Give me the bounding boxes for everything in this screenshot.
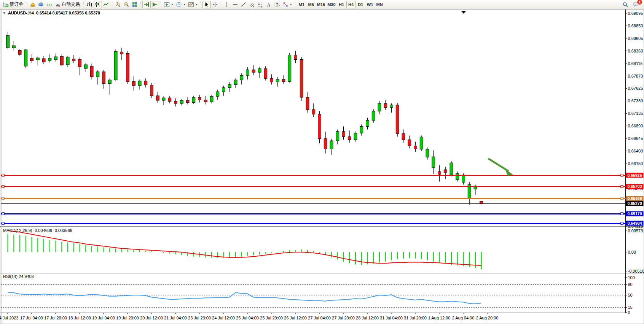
svg-text:27 Jul 20:00: 27 Jul 20:00: [332, 316, 355, 320]
svg-text:0.65469: 0.65469: [628, 196, 642, 201]
timeframe-m5-button[interactable]: M5: [306, 1, 316, 8]
styler-button[interactable]: [29, 1, 37, 8]
svg-text:25 Jul 04:00: 25 Jul 04:00: [236, 316, 259, 320]
candle-chart-icon: [95, 2, 101, 8]
zoom-in-button[interactable]: [114, 1, 122, 8]
svg-text:0.005731: 0.005731: [628, 229, 644, 233]
toolbar-separator: [220, 1, 222, 8]
clock-icon: [176, 2, 182, 8]
equidistant-channel-button[interactable]: E: [248, 1, 256, 8]
svg-text:A: A: [267, 2, 270, 7]
crosshair-button[interactable]: [211, 1, 219, 8]
svg-text:0.68115: 0.68115: [628, 61, 643, 66]
timeframe-m15-button[interactable]: M15: [316, 1, 326, 8]
svg-text:50: 50: [628, 293, 633, 297]
auto-scroll-button[interactable]: [142, 1, 151, 8]
chart-frame: [0, 10, 644, 324]
chevron-down-icon[interactable]: ▼: [171, 3, 174, 6]
tile-windows-button[interactable]: [131, 1, 139, 8]
text-label-button[interactable]: T: [273, 1, 281, 8]
svg-text:0: 0: [628, 310, 630, 315]
toolbar-separator: [26, 1, 28, 8]
svg-text:0.65925: 0.65925: [628, 173, 642, 178]
svg-text:0.67380: 0.67380: [628, 98, 643, 103]
svg-text:0.66890: 0.66890: [628, 124, 643, 128]
cursor-button[interactable]: [202, 1, 211, 8]
svg-text:31 Jul 04:00: 31 Jul 04:00: [380, 316, 403, 320]
svg-text:0.65170: 0.65170: [628, 211, 642, 216]
publisher-button[interactable]: [37, 1, 45, 8]
crosshair-icon: [212, 2, 218, 8]
line-chart-icon: [103, 2, 109, 8]
timeframe-m30-button[interactable]: M30: [326, 1, 336, 8]
svg-text:0.69095: 0.69095: [628, 11, 643, 16]
tile-windows-icon: [132, 2, 138, 8]
chevron-down-icon[interactable]: ▼: [290, 3, 292, 6]
svg-text:0.00: 0.00: [628, 250, 636, 254]
trendline-icon: [241, 2, 247, 8]
text-button[interactable]: A: [265, 1, 273, 8]
chart-menu-triangle-icon[interactable]: ▼: [3, 11, 6, 15]
trendline-button[interactable]: [239, 1, 248, 8]
timeframe-w1-button[interactable]: W1: [365, 1, 375, 8]
text-icon: A: [266, 2, 272, 8]
horizontal-line-button[interactable]: [231, 1, 239, 8]
auto-trading-label: 自动交易: [62, 1, 81, 8]
candle-chart-button[interactable]: [94, 1, 102, 8]
timeframe-h4-button[interactable]: H4: [346, 1, 356, 8]
signal-icon: [46, 2, 53, 8]
toolbar: 新订单自动交易▼▼▼EFAT▼M1M5M15M30H1H4D1W1MN1: [0, 0, 644, 9]
svg-text:14 Jul 2023: 14 Jul 2023: [0, 316, 18, 320]
arrows-button[interactable]: ▼: [281, 1, 293, 8]
svg-text:0.68850: 0.68850: [628, 24, 643, 28]
zoom-out-icon: [123, 2, 129, 8]
bar-chart-button[interactable]: [85, 1, 94, 8]
chevron-down-icon[interactable]: ▼: [183, 3, 186, 6]
toolbar-separator: [199, 1, 202, 8]
autotrade-icon: [55, 2, 61, 8]
svg-text:T: T: [276, 3, 278, 6]
chat-unread-badge: 1: [637, 0, 642, 5]
fibo-icon: F: [257, 2, 263, 8]
rsi-indicator-label: RSI(14) 24.9403: [3, 274, 34, 279]
templates-button[interactable]: ▼: [187, 1, 199, 8]
svg-text:20 Jul 12:00: 20 Jul 12:00: [140, 316, 163, 320]
arrows-icon: [282, 2, 289, 8]
signals-button[interactable]: [45, 1, 54, 8]
bar-chart-icon: [86, 2, 92, 8]
timeframe-d1-button[interactable]: D1: [356, 1, 365, 8]
search-button[interactable]: [621, 1, 630, 8]
chart-shift-button[interactable]: [151, 1, 159, 8]
chart-canvas[interactable]: 0.690950.688500.686050.683600.681150.678…: [0, 9, 644, 324]
indicators-button[interactable]: ▼: [163, 1, 175, 8]
chevron-down-icon[interactable]: ▼: [195, 3, 198, 6]
svg-text:27 Jul 04:00: 27 Jul 04:00: [308, 316, 331, 320]
svg-text:0.66150: 0.66150: [628, 161, 643, 166]
svg-text:28 Jul 12:00: 28 Jul 12:00: [356, 316, 379, 320]
timeframe-mn-button[interactable]: MN: [375, 1, 384, 8]
timeframe-m1-button[interactable]: M1: [297, 1, 306, 8]
cursor-icon: [204, 2, 210, 8]
fibonacci-button[interactable]: F: [256, 1, 265, 8]
svg-text:17 Jul 20:00: 17 Jul 20:00: [44, 316, 67, 320]
line-chart-button[interactable]: [102, 1, 110, 8]
svg-text:0.66400: 0.66400: [628, 149, 643, 153]
svg-text:0.68605: 0.68605: [628, 36, 643, 41]
svg-text:0.65370: 0.65370: [628, 201, 642, 206]
timeframe-h1-button[interactable]: H1: [337, 1, 346, 8]
auto-trading-button[interactable]: 自动交易: [54, 1, 82, 8]
svg-text:19 Jul 04:00: 19 Jul 04:00: [92, 316, 115, 320]
svg-text:19 Jul 20:00: 19 Jul 20:00: [116, 316, 139, 320]
hat-icon: [30, 2, 36, 8]
svg-text:17 Jul 04:00: 17 Jul 04:00: [20, 316, 43, 320]
svg-text:31 Jul 20:00: 31 Jul 20:00: [404, 316, 427, 320]
zoom-out-button[interactable]: [122, 1, 131, 8]
svg-text:100: 100: [628, 275, 635, 280]
new-order-button[interactable]: 新订单: [2, 1, 25, 8]
vertical-line-button[interactable]: [223, 1, 231, 8]
new-order-label: 新订单: [10, 1, 24, 8]
toolbar-separator: [139, 1, 142, 8]
chart-title: ▼ AUDUSD-,H4 0.65414 0.65417 0.65356 0.6…: [3, 11, 100, 15]
toolbar-right-group: 1: [621, 1, 644, 8]
periods-button[interactable]: ▼: [175, 1, 187, 8]
